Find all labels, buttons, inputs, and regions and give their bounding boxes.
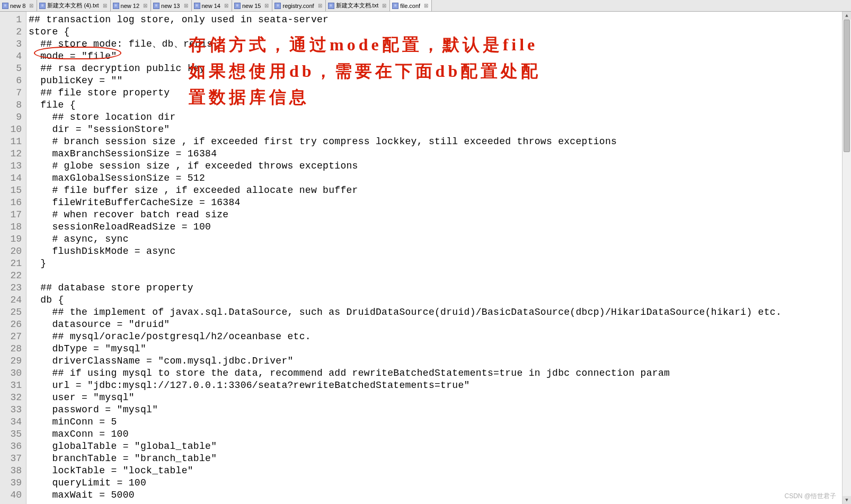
close-icon[interactable]: ⊠ xyxy=(142,3,148,8)
code-area[interactable]: ## transaction log store, only used in s… xyxy=(26,12,851,504)
tab-label: new 8 xyxy=(10,3,25,9)
code-line[interactable]: dir = "sessionStore" xyxy=(29,123,851,136)
tab-label: new 12 xyxy=(121,3,139,9)
code-line[interactable]: # when recover batch read size xyxy=(29,209,851,221)
close-icon[interactable]: ⊠ xyxy=(28,3,34,8)
line-number: 28 xyxy=(0,343,26,355)
code-line[interactable]: url = "jdbc:mysql://127.0.0.1:3306/seata… xyxy=(29,379,851,392)
code-line[interactable]: queryLimit = 100 xyxy=(29,477,851,489)
code-line[interactable]: maxBranchSessionSize = 16384 xyxy=(29,148,851,160)
tab-new-12[interactable]: ≡new 12⊠ xyxy=(111,0,151,11)
code-line[interactable]: ## store location dir xyxy=(29,111,851,123)
file-icon: ≡ xyxy=(328,3,334,9)
code-line[interactable]: ## the implement of javax.sql.DataSource… xyxy=(29,306,851,319)
code-line[interactable]: # branch session size , if exceeded firs… xyxy=(29,136,851,148)
file-icon: ≡ xyxy=(2,3,8,9)
code-line[interactable]: } xyxy=(29,258,851,270)
scrollbar-thumb[interactable] xyxy=(844,20,850,152)
line-number: 11 xyxy=(0,136,26,148)
close-icon[interactable]: ⊠ xyxy=(317,3,323,8)
code-line[interactable]: fileWriteBufferCacheSize = 16384 xyxy=(29,197,851,209)
code-line[interactable]: user = "mysql" xyxy=(29,392,851,404)
line-number: 6 xyxy=(0,75,26,87)
code-line[interactable]: publicKey = "" xyxy=(29,75,851,87)
code-line[interactable]: datasource = "druid" xyxy=(29,319,851,331)
line-number: 4 xyxy=(0,50,26,63)
line-number: 10 xyxy=(0,123,26,136)
line-number: 36 xyxy=(0,440,26,453)
line-number-gutter: 1234567891011121314151617181920212223242… xyxy=(0,12,26,504)
tab-registry-conf[interactable]: ≡registry.conf⊠ xyxy=(272,0,325,11)
line-number: 22 xyxy=(0,270,26,282)
line-number: 23 xyxy=(0,282,26,294)
tab-bar: ≡new 8⊠≡新建文本文档 (4).txt⊠≡new 12⊠≡new 13⊠≡… xyxy=(0,0,851,12)
close-icon[interactable]: ⊠ xyxy=(183,3,189,8)
code-line[interactable]: password = "mysql" xyxy=(29,404,851,416)
scroll-up-button[interactable]: ▲ xyxy=(843,12,851,20)
line-number: 9 xyxy=(0,111,26,123)
line-number: 34 xyxy=(0,416,26,428)
code-line[interactable]: ## mysql/oracle/postgresql/h2/oceanbase … xyxy=(29,331,851,343)
line-number: 17 xyxy=(0,209,26,221)
line-number: 27 xyxy=(0,331,26,343)
tab--4-txt[interactable]: ≡新建文本文档 (4).txt⊠ xyxy=(37,0,110,11)
code-line[interactable]: # async, sync xyxy=(29,233,851,245)
line-number: 29 xyxy=(0,355,26,367)
line-number: 32 xyxy=(0,392,26,404)
code-line[interactable]: # file buffer size , if exceeded allocat… xyxy=(29,184,851,197)
tab-label: 新建文本文档.txt xyxy=(336,2,379,10)
tab--txt[interactable]: ≡新建文本文档.txt⊠ xyxy=(326,0,391,11)
code-line[interactable]: branchTable = "branch_table" xyxy=(29,453,851,465)
line-number: 14 xyxy=(0,172,26,184)
file-icon: ≡ xyxy=(113,3,119,9)
code-line[interactable]: flushDiskMode = async xyxy=(29,245,851,258)
code-line[interactable]: # globe session size , if exceeded throw… xyxy=(29,160,851,172)
code-line[interactable] xyxy=(29,270,851,282)
line-number: 38 xyxy=(0,465,26,477)
code-line[interactable]: driverClassName = "com.mysql.jdbc.Driver… xyxy=(29,355,851,367)
code-line[interactable]: db { xyxy=(29,294,851,306)
file-icon: ≡ xyxy=(39,3,46,9)
code-line[interactable]: ## store mode: file、db、redis xyxy=(29,38,851,50)
close-icon[interactable]: ⊠ xyxy=(423,3,429,8)
code-line[interactable]: ## database store property xyxy=(29,282,851,294)
tab-label: new 15 xyxy=(242,3,261,9)
code-line[interactable]: lockTable = "lock_table" xyxy=(29,465,851,477)
line-number: 1 xyxy=(0,14,26,26)
tab-new-13[interactable]: ≡new 13⊠ xyxy=(151,0,191,11)
tab-label: registry.conf xyxy=(282,3,314,9)
tab-label: new 14 xyxy=(202,3,220,9)
close-icon[interactable]: ⊠ xyxy=(381,3,387,8)
scroll-down-button[interactable]: ▼ xyxy=(843,496,851,504)
line-number: 3 xyxy=(0,38,26,50)
file-icon: ≡ xyxy=(234,3,241,9)
code-line[interactable]: ## transaction log store, only used in s… xyxy=(29,14,851,26)
code-line[interactable]: maxConn = 100 xyxy=(29,428,851,440)
tab-label: new 13 xyxy=(161,3,180,9)
close-icon[interactable]: ⊠ xyxy=(102,3,108,8)
code-line[interactable]: file { xyxy=(29,99,851,111)
tab-new-15[interactable]: ≡new 15⊠ xyxy=(232,0,272,11)
vertical-scrollbar[interactable]: ▲ ▼ xyxy=(842,12,851,504)
close-icon[interactable]: ⊠ xyxy=(263,3,270,8)
editor-pane: 1234567891011121314151617181920212223242… xyxy=(0,12,851,504)
code-line[interactable]: ## file store property xyxy=(29,87,851,99)
code-line[interactable]: ## if using mysql to store the data, rec… xyxy=(29,367,851,379)
tab-new-8[interactable]: ≡new 8⊠ xyxy=(0,0,37,11)
tab-file-conf[interactable]: ≡file.conf⊠ xyxy=(390,0,432,11)
code-line[interactable]: maxGlobalSessionSize = 512 xyxy=(29,172,851,184)
tab-new-14[interactable]: ≡new 14⊠ xyxy=(192,0,232,11)
line-number: 7 xyxy=(0,87,26,99)
code-line[interactable]: mode = "file" xyxy=(29,50,851,63)
line-number: 35 xyxy=(0,428,26,440)
code-line[interactable]: store { xyxy=(29,26,851,38)
close-icon[interactable]: ⊠ xyxy=(223,3,229,8)
code-line[interactable]: dbType = "mysql" xyxy=(29,343,851,355)
code-line[interactable]: sessionReloadReadSize = 100 xyxy=(29,221,851,233)
file-icon: ≡ xyxy=(153,3,159,9)
code-line[interactable]: globalTable = "global_table" xyxy=(29,440,851,453)
code-line[interactable]: ## rsa decryption public key xyxy=(29,63,851,75)
code-line[interactable]: maxWait = 5000 xyxy=(29,489,851,501)
line-number: 26 xyxy=(0,319,26,331)
code-line[interactable]: minConn = 5 xyxy=(29,416,851,428)
